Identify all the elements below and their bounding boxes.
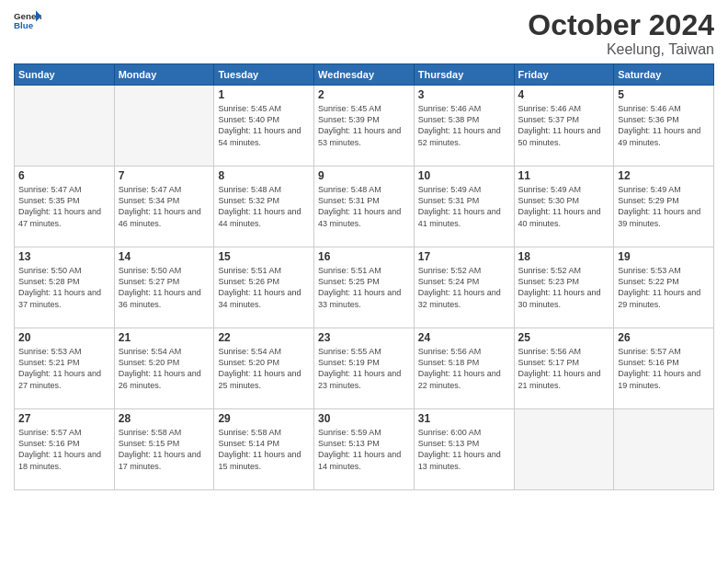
- cell-details: Sunrise: 5:51 AMSunset: 5:26 PMDaylight:…: [218, 265, 310, 310]
- table-row: [614, 409, 714, 490]
- sunrise-text: Sunrise: 5:46 AM: [418, 103, 510, 114]
- month-title: October 2024: [528, 9, 714, 41]
- cell-details: Sunrise: 6:00 AMSunset: 5:13 PMDaylight:…: [418, 427, 510, 472]
- cell-details: Sunrise: 5:56 AMSunset: 5:17 PMDaylight:…: [518, 346, 610, 391]
- table-row: [514, 409, 614, 490]
- daylight-text: Daylight: 11 hours and 40 minutes.: [518, 206, 610, 228]
- sunset-text: Sunset: 5:25 PM: [318, 276, 410, 287]
- sunrise-text: Sunrise: 5:58 AM: [119, 427, 210, 438]
- day-number: 3: [418, 88, 510, 101]
- sunset-text: Sunset: 5:23 PM: [518, 276, 610, 287]
- sunset-text: Sunset: 5:38 PM: [418, 114, 510, 125]
- sunrise-text: Sunrise: 5:59 AM: [318, 427, 410, 438]
- daylight-text: Daylight: 11 hours and 44 minutes.: [218, 206, 310, 228]
- col-friday: Friday: [514, 64, 614, 86]
- col-saturday: Saturday: [614, 64, 714, 86]
- sunrise-text: Sunrise: 5:48 AM: [218, 184, 310, 195]
- table-row: 1Sunrise: 5:45 AMSunset: 5:40 PMDaylight…: [214, 86, 314, 167]
- daylight-text: Daylight: 11 hours and 33 minutes.: [318, 287, 410, 309]
- daylight-text: Daylight: 11 hours and 52 minutes.: [418, 125, 510, 147]
- sunrise-text: Sunrise: 5:46 AM: [618, 103, 710, 114]
- logo: General Blue: [14, 9, 41, 31]
- day-number: 12: [618, 169, 710, 182]
- sunrise-text: Sunrise: 5:56 AM: [418, 346, 510, 357]
- cell-details: Sunrise: 5:58 AMSunset: 5:15 PMDaylight:…: [119, 427, 210, 472]
- daylight-text: Daylight: 11 hours and 49 minutes.: [618, 125, 710, 147]
- daylight-text: Daylight: 11 hours and 14 minutes.: [318, 449, 410, 471]
- daylight-text: Daylight: 11 hours and 47 minutes.: [18, 206, 110, 228]
- sunset-text: Sunset: 5:31 PM: [418, 195, 510, 206]
- table-row: [15, 86, 115, 167]
- day-number: 30: [318, 412, 410, 425]
- sunrise-text: Sunrise: 5:56 AM: [518, 346, 610, 357]
- table-row: 29Sunrise: 5:58 AMSunset: 5:14 PMDayligh…: [214, 409, 314, 490]
- daylight-text: Daylight: 11 hours and 29 minutes.: [618, 287, 710, 309]
- col-wednesday: Wednesday: [314, 64, 415, 86]
- cell-details: Sunrise: 5:47 AMSunset: 5:35 PMDaylight:…: [18, 184, 110, 229]
- daylight-text: Daylight: 11 hours and 53 minutes.: [318, 125, 410, 147]
- sunset-text: Sunset: 5:27 PM: [119, 276, 210, 287]
- sunrise-text: Sunrise: 5:49 AM: [518, 184, 610, 195]
- calendar-week-row: 20Sunrise: 5:53 AMSunset: 5:21 PMDayligh…: [15, 328, 714, 409]
- cell-details: Sunrise: 5:49 AMSunset: 5:30 PMDaylight:…: [518, 184, 610, 229]
- sunrise-text: Sunrise: 5:48 AM: [318, 184, 410, 195]
- sunset-text: Sunset: 5:15 PM: [119, 438, 210, 449]
- title-block: October 2024 Keelung, Taiwan: [528, 9, 714, 58]
- sunset-text: Sunset: 5:22 PM: [618, 276, 710, 287]
- sunset-text: Sunset: 5:26 PM: [218, 276, 310, 287]
- table-row: 6Sunrise: 5:47 AMSunset: 5:35 PMDaylight…: [15, 167, 115, 247]
- sunset-text: Sunset: 5:16 PM: [18, 438, 110, 449]
- day-number: 31: [418, 412, 510, 425]
- sunrise-text: Sunrise: 5:47 AM: [18, 184, 110, 195]
- day-number: 2: [318, 88, 410, 101]
- day-number: 29: [218, 412, 310, 425]
- sunset-text: Sunset: 5:30 PM: [518, 195, 610, 206]
- cell-details: Sunrise: 5:58 AMSunset: 5:14 PMDaylight:…: [218, 427, 310, 472]
- cell-details: Sunrise: 5:57 AMSunset: 5:16 PMDaylight:…: [18, 427, 110, 472]
- daylight-text: Daylight: 11 hours and 22 minutes.: [418, 368, 510, 390]
- table-row: 28Sunrise: 5:58 AMSunset: 5:15 PMDayligh…: [114, 409, 214, 490]
- col-sunday: Sunday: [15, 64, 115, 86]
- daylight-text: Daylight: 11 hours and 26 minutes.: [119, 368, 210, 390]
- daylight-text: Daylight: 11 hours and 30 minutes.: [518, 287, 610, 309]
- table-row: 16Sunrise: 5:51 AMSunset: 5:25 PMDayligh…: [314, 247, 415, 328]
- table-row: 12Sunrise: 5:49 AMSunset: 5:29 PMDayligh…: [614, 167, 714, 247]
- daylight-text: Daylight: 11 hours and 27 minutes.: [18, 368, 110, 390]
- calendar-container: General Blue October 2024 Keelung, Taiwa…: [0, 0, 728, 495]
- sunset-text: Sunset: 5:31 PM: [318, 195, 410, 206]
- sunrise-text: Sunrise: 5:57 AM: [618, 346, 710, 357]
- table-row: 8Sunrise: 5:48 AMSunset: 5:32 PMDaylight…: [214, 167, 314, 247]
- table-row: 14Sunrise: 5:50 AMSunset: 5:27 PMDayligh…: [114, 247, 214, 328]
- day-number: 18: [518, 250, 610, 263]
- sunset-text: Sunset: 5:35 PM: [18, 195, 110, 206]
- sunrise-text: Sunrise: 5:58 AM: [218, 427, 310, 438]
- table-row: 19Sunrise: 5:53 AMSunset: 5:22 PMDayligh…: [614, 247, 714, 328]
- day-number: 6: [18, 169, 110, 182]
- table-row: 26Sunrise: 5:57 AMSunset: 5:16 PMDayligh…: [614, 328, 714, 409]
- sunset-text: Sunset: 5:20 PM: [218, 357, 310, 368]
- day-number: 13: [18, 250, 110, 263]
- calendar-header-row: Sunday Monday Tuesday Wednesday Thursday…: [15, 64, 714, 86]
- sunset-text: Sunset: 5:39 PM: [318, 114, 410, 125]
- table-row: 9Sunrise: 5:48 AMSunset: 5:31 PMDaylight…: [314, 167, 415, 247]
- day-number: 8: [218, 169, 310, 182]
- day-number: 15: [218, 250, 310, 263]
- sunrise-text: Sunrise: 5:45 AM: [318, 103, 410, 114]
- sunset-text: Sunset: 5:17 PM: [518, 357, 610, 368]
- sunrise-text: Sunrise: 5:45 AM: [218, 103, 310, 114]
- table-row: 30Sunrise: 5:59 AMSunset: 5:13 PMDayligh…: [314, 409, 415, 490]
- sunrise-text: Sunrise: 5:49 AM: [618, 184, 710, 195]
- day-number: 4: [518, 88, 610, 101]
- sunrise-text: Sunrise: 5:46 AM: [518, 103, 610, 114]
- cell-details: Sunrise: 5:46 AMSunset: 5:37 PMDaylight:…: [518, 103, 610, 148]
- sunrise-text: Sunrise: 5:54 AM: [218, 346, 310, 357]
- cell-details: Sunrise: 5:52 AMSunset: 5:23 PMDaylight:…: [518, 265, 610, 310]
- cell-details: Sunrise: 5:57 AMSunset: 5:16 PMDaylight:…: [618, 346, 710, 391]
- table-row: [114, 86, 214, 167]
- table-row: 3Sunrise: 5:46 AMSunset: 5:38 PMDaylight…: [414, 86, 514, 167]
- day-number: 11: [518, 169, 610, 182]
- day-number: 17: [418, 250, 510, 263]
- table-row: 7Sunrise: 5:47 AMSunset: 5:34 PMDaylight…: [114, 167, 214, 247]
- calendar-week-row: 1Sunrise: 5:45 AMSunset: 5:40 PMDaylight…: [15, 86, 714, 167]
- calendar-week-row: 27Sunrise: 5:57 AMSunset: 5:16 PMDayligh…: [15, 409, 714, 490]
